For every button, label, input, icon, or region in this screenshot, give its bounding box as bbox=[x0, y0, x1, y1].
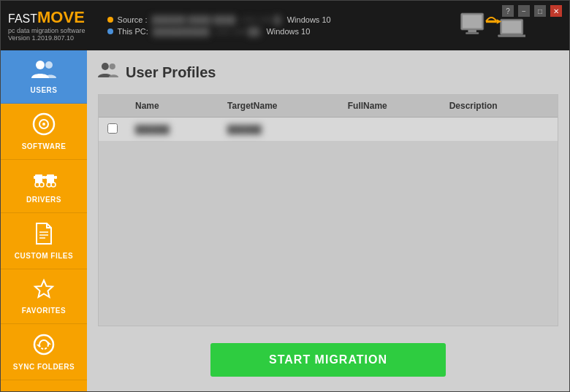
table-row: ██████ ██████ bbox=[99, 118, 558, 142]
sync-folders-icon bbox=[32, 333, 56, 360]
title-bar: FASTMOVE pc data migration software Vers… bbox=[1, 1, 569, 50]
minimize-button[interactable]: − bbox=[518, 5, 530, 17]
col-checkbox bbox=[99, 95, 126, 118]
svg-rect-13 bbox=[35, 174, 42, 183]
svg-rect-20 bbox=[54, 176, 57, 179]
table-header: Name TargetName FullName Description bbox=[99, 95, 558, 118]
close-button[interactable]: ✕ bbox=[550, 5, 562, 17]
app-window: FASTMOVE pc data migration software Vers… bbox=[0, 0, 570, 392]
svg-rect-14 bbox=[34, 176, 37, 179]
software-icon bbox=[32, 112, 56, 139]
bottom-area: START MIGRATION bbox=[98, 337, 558, 380]
maximize-button[interactable]: □ bbox=[534, 5, 546, 17]
users-icon bbox=[31, 59, 56, 83]
drivers-icon bbox=[31, 169, 57, 193]
col-name: Name bbox=[126, 95, 218, 118]
row-description bbox=[441, 118, 558, 142]
source-os: Windows 10 bbox=[287, 15, 331, 24]
svg-rect-19 bbox=[45, 176, 48, 179]
col-fullname: FullName bbox=[339, 95, 441, 118]
svg-point-17 bbox=[39, 182, 44, 187]
user-profiles-table: Name TargetName FullName Description bbox=[99, 95, 558, 141]
sidebar-label-drivers: DRIVERS bbox=[26, 196, 61, 204]
svg-point-9 bbox=[45, 61, 53, 69]
svg-point-12 bbox=[42, 123, 45, 126]
svg-point-8 bbox=[36, 61, 45, 69]
data-table-container: Name TargetName FullName Description bbox=[98, 94, 558, 326]
thispc-os: Windows 10 bbox=[266, 27, 310, 36]
sidebar-label-sync-folders: SYNC FOLDERS bbox=[13, 363, 75, 371]
sidebar-item-custom-files[interactable]: CUSTOM FILES bbox=[1, 213, 87, 269]
logo-fast: FAST bbox=[8, 12, 37, 25]
table-body: ██████ ██████ bbox=[99, 118, 558, 142]
start-migration-button[interactable]: START MIGRATION bbox=[210, 343, 446, 377]
row-name: ██████ bbox=[126, 118, 218, 142]
thispc-label: This PC: bbox=[118, 27, 148, 36]
sidebar-label-software: SOFTWARE bbox=[22, 142, 66, 150]
logo-version: Version 1.2019.807.10 bbox=[8, 34, 86, 42]
svg-point-30 bbox=[110, 64, 115, 69]
thispc-connection: This PC: ██████████ (192.168.██) Windows… bbox=[107, 27, 331, 36]
sidebar-label-custom-files: CUSTOM FILES bbox=[15, 252, 73, 260]
row-checkbox-cell[interactable] bbox=[99, 118, 126, 142]
svg-rect-2 bbox=[468, 30, 476, 32]
logo-area: FASTMOVE pc data migration software Vers… bbox=[8, 9, 86, 42]
page-title: User Profiles bbox=[126, 64, 216, 81]
svg-rect-6 bbox=[498, 35, 525, 37]
svg-marker-28 bbox=[37, 345, 39, 347]
svg-point-21 bbox=[47, 182, 51, 187]
window-controls: ? − □ ✕ bbox=[502, 5, 562, 17]
source-host: ██████ ████ ████ bbox=[152, 15, 236, 24]
page-header: User Profiles bbox=[98, 61, 558, 83]
source-ip: (192.168.█) bbox=[240, 15, 283, 24]
sidebar-item-favorites[interactable]: FAVORITES bbox=[1, 269, 87, 324]
sidebar-label-users: USERS bbox=[31, 86, 58, 94]
col-description: Description bbox=[441, 95, 558, 118]
svg-point-29 bbox=[102, 63, 109, 70]
logo-tagline: pc data migration software bbox=[8, 27, 86, 34]
svg-marker-27 bbox=[48, 342, 51, 345]
sidebar-item-sync-folders[interactable]: SYNC FOLDERS bbox=[1, 324, 87, 380]
svg-point-22 bbox=[51, 182, 56, 187]
svg-rect-3 bbox=[466, 32, 479, 34]
content-panel: User Profiles Name TargetName FullName D… bbox=[87, 50, 569, 391]
svg-rect-15 bbox=[42, 176, 45, 179]
sidebar-item-drivers[interactable]: DRIVERS bbox=[1, 160, 87, 213]
source-dot bbox=[107, 17, 113, 23]
svg-rect-18 bbox=[47, 174, 54, 183]
svg-point-16 bbox=[35, 182, 39, 187]
thispc-host: ██████████ bbox=[153, 27, 210, 36]
row-select-checkbox[interactable] bbox=[107, 123, 118, 134]
sidebar-item-software[interactable]: SOFTWARE bbox=[1, 104, 87, 160]
connection-info: Source : ██████ ████ ████ (192.168.█) Wi… bbox=[107, 15, 331, 36]
sidebar-label-favorites: FAVORITES bbox=[22, 307, 66, 315]
row-targetname: ██████ bbox=[218, 118, 339, 142]
sidebar-item-users[interactable]: USERS bbox=[1, 50, 87, 104]
row-name-value: ██████ bbox=[135, 125, 170, 134]
logo-move: MOVE bbox=[37, 8, 85, 26]
thispc-ip: (192.168.██) bbox=[214, 27, 262, 36]
favorites-icon bbox=[32, 278, 56, 304]
main-area: USERS SOFTWARE bbox=[1, 50, 569, 391]
source-label: Source : bbox=[118, 15, 148, 24]
sidebar: USERS SOFTWARE bbox=[1, 50, 87, 391]
page-users-icon bbox=[98, 61, 118, 83]
col-targetname: TargetName bbox=[218, 95, 339, 118]
help-button[interactable]: ? bbox=[502, 5, 514, 17]
row-targetname-value: ██████ bbox=[227, 125, 262, 134]
row-fullname bbox=[339, 118, 441, 142]
svg-rect-5 bbox=[502, 21, 521, 33]
svg-rect-1 bbox=[463, 15, 482, 28]
source-connection: Source : ██████ ████ ████ (192.168.█) Wi… bbox=[107, 15, 331, 24]
thispc-dot bbox=[107, 28, 113, 34]
custom-files-icon bbox=[34, 222, 54, 249]
